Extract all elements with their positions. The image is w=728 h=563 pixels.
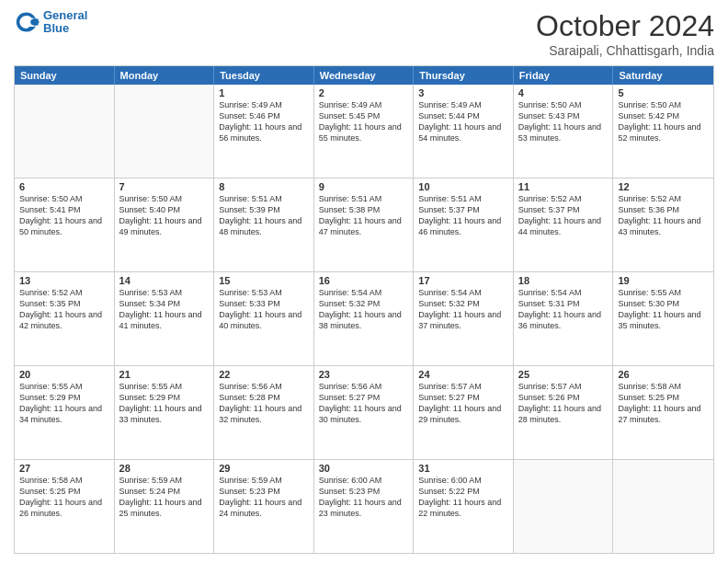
sunrise-text: Sunrise: 5:50 AM — [19, 193, 109, 204]
cal-cell-w2-d3: 16Sunrise: 5:54 AMSunset: 5:32 PMDayligh… — [314, 272, 415, 365]
logo-line1: General — [43, 9, 87, 22]
cell-info: Sunrise: 5:54 AMSunset: 5:32 PMDaylight:… — [418, 287, 508, 332]
cal-cell-w2-d1: 14Sunrise: 5:53 AMSunset: 5:34 PMDayligh… — [115, 272, 215, 365]
cal-cell-w4-d5 — [514, 460, 614, 553]
header-monday: Monday — [115, 66, 215, 85]
cal-row-1: 6Sunrise: 5:50 AMSunset: 5:41 PMDaylight… — [15, 178, 713, 271]
daylight-text: Daylight: 11 hours and 26 minutes. — [19, 497, 109, 519]
sunset-text: Sunset: 5:37 PM — [518, 204, 609, 215]
daylight-text: Daylight: 11 hours and 40 minutes. — [219, 309, 309, 331]
cal-row-4: 27Sunrise: 5:58 AMSunset: 5:25 PMDayligh… — [15, 459, 713, 553]
cal-cell-w4-d0: 27Sunrise: 5:58 AMSunset: 5:25 PMDayligh… — [15, 460, 115, 553]
cal-cell-w0-d0 — [15, 85, 115, 178]
daylight-text: Daylight: 11 hours and 35 minutes. — [618, 309, 709, 331]
daylight-text: Daylight: 11 hours and 54 minutes. — [418, 121, 508, 144]
page: General Blue October 2024 Saraipali, Chh… — [0, 0, 728, 563]
daylight-text: Daylight: 11 hours and 37 minutes. — [418, 309, 508, 331]
cell-info: Sunrise: 5:50 AMSunset: 5:40 PMDaylight:… — [119, 193, 210, 238]
sunset-text: Sunset: 5:33 PM — [219, 298, 309, 309]
logo-text: General Blue — [43, 9, 87, 36]
cell-info: Sunrise: 5:50 AMSunset: 5:41 PMDaylight:… — [19, 193, 109, 238]
daylight-text: Daylight: 11 hours and 49 minutes. — [119, 215, 210, 237]
cal-cell-w1-d2: 8Sunrise: 5:51 AMSunset: 5:39 PMDaylight… — [214, 178, 314, 271]
header-thursday: Thursday — [414, 66, 514, 85]
sunset-text: Sunset: 5:39 PM — [219, 204, 309, 215]
day-number: 20 — [19, 369, 109, 380]
sunrise-text: Sunrise: 5:56 AM — [319, 381, 409, 392]
day-number: 11 — [518, 181, 609, 192]
day-number: 24 — [418, 369, 508, 380]
cal-cell-w2-d4: 17Sunrise: 5:54 AMSunset: 5:32 PMDayligh… — [414, 272, 514, 365]
daylight-text: Daylight: 11 hours and 24 minutes. — [219, 497, 309, 519]
sunset-text: Sunset: 5:22 PM — [418, 486, 508, 497]
sunset-text: Sunset: 5:42 PM — [618, 110, 709, 121]
day-number: 23 — [319, 369, 409, 380]
cell-info: Sunrise: 5:54 AMSunset: 5:32 PMDaylight:… — [319, 287, 409, 332]
sunrise-text: Sunrise: 5:49 AM — [219, 99, 309, 110]
cal-cell-w3-d1: 21Sunrise: 5:55 AMSunset: 5:29 PMDayligh… — [115, 366, 215, 459]
cal-cell-w3-d0: 20Sunrise: 5:55 AMSunset: 5:29 PMDayligh… — [15, 366, 115, 459]
cal-cell-w0-d2: 1Sunrise: 5:49 AMSunset: 5:46 PMDaylight… — [214, 85, 314, 178]
header-tuesday: Tuesday — [214, 66, 314, 85]
cell-info: Sunrise: 5:57 AMSunset: 5:27 PMDaylight:… — [418, 381, 508, 426]
sunset-text: Sunset: 5:44 PM — [418, 110, 508, 121]
day-number: 30 — [319, 463, 409, 474]
cell-info: Sunrise: 5:59 AMSunset: 5:23 PMDaylight:… — [219, 475, 309, 520]
sunrise-text: Sunrise: 5:53 AM — [119, 287, 210, 298]
sunset-text: Sunset: 5:36 PM — [618, 204, 709, 215]
sunset-text: Sunset: 5:23 PM — [219, 486, 309, 497]
day-number: 13 — [19, 275, 109, 286]
day-number: 27 — [19, 463, 109, 474]
cell-info: Sunrise: 5:56 AMSunset: 5:27 PMDaylight:… — [319, 381, 409, 426]
sunset-text: Sunset: 5:40 PM — [119, 204, 210, 215]
sunset-text: Sunset: 5:37 PM — [418, 204, 508, 215]
daylight-text: Daylight: 11 hours and 29 minutes. — [418, 403, 508, 425]
cell-info: Sunrise: 5:59 AMSunset: 5:24 PMDaylight:… — [119, 475, 210, 520]
sunrise-text: Sunrise: 5:50 AM — [518, 99, 609, 110]
day-number: 15 — [219, 275, 309, 286]
sunrise-text: Sunrise: 5:51 AM — [219, 193, 309, 204]
cal-cell-w3-d2: 22Sunrise: 5:56 AMSunset: 5:28 PMDayligh… — [214, 366, 314, 459]
cal-cell-w1-d0: 6Sunrise: 5:50 AMSunset: 5:41 PMDaylight… — [15, 178, 115, 271]
daylight-text: Daylight: 11 hours and 56 minutes. — [219, 121, 309, 144]
cell-info: Sunrise: 6:00 AMSunset: 5:23 PMDaylight:… — [319, 475, 409, 520]
daylight-text: Daylight: 11 hours and 33 minutes. — [119, 403, 210, 425]
sunset-text: Sunset: 5:38 PM — [319, 204, 409, 215]
sunrise-text: Sunrise: 5:55 AM — [618, 287, 709, 298]
cell-info: Sunrise: 5:52 AMSunset: 5:35 PMDaylight:… — [19, 287, 109, 332]
sunset-text: Sunset: 5:27 PM — [418, 392, 508, 403]
cal-cell-w2-d5: 18Sunrise: 5:54 AMSunset: 5:31 PMDayligh… — [514, 272, 614, 365]
calendar-header: Sunday Monday Tuesday Wednesday Thursday… — [15, 66, 713, 85]
cell-info: Sunrise: 5:51 AMSunset: 5:38 PMDaylight:… — [319, 193, 409, 238]
day-number: 3 — [418, 87, 508, 98]
sunset-text: Sunset: 5:43 PM — [518, 110, 609, 121]
cell-info: Sunrise: 5:55 AMSunset: 5:29 PMDaylight:… — [119, 381, 210, 426]
header: General Blue October 2024 Saraipali, Chh… — [14, 9, 714, 58]
daylight-text: Daylight: 11 hours and 36 minutes. — [518, 309, 609, 331]
daylight-text: Daylight: 11 hours and 38 minutes. — [319, 309, 409, 331]
cal-row-0: 1Sunrise: 5:49 AMSunset: 5:46 PMDaylight… — [15, 85, 713, 178]
cal-cell-w2-d6: 19Sunrise: 5:55 AMSunset: 5:30 PMDayligh… — [613, 272, 713, 365]
daylight-text: Daylight: 11 hours and 43 minutes. — [618, 215, 709, 237]
daylight-text: Daylight: 11 hours and 48 minutes. — [219, 215, 309, 237]
sunset-text: Sunset: 5:32 PM — [418, 298, 508, 309]
cal-cell-w3-d3: 23Sunrise: 5:56 AMSunset: 5:27 PMDayligh… — [314, 366, 415, 459]
daylight-text: Daylight: 11 hours and 44 minutes. — [518, 215, 609, 237]
sunrise-text: Sunrise: 5:59 AM — [119, 475, 210, 486]
sunrise-text: Sunrise: 5:54 AM — [319, 287, 409, 298]
daylight-text: Daylight: 11 hours and 25 minutes. — [119, 497, 210, 519]
sunrise-text: Sunrise: 5:52 AM — [618, 193, 709, 204]
sunrise-text: Sunrise: 5:52 AM — [19, 287, 109, 298]
cell-info: Sunrise: 5:51 AMSunset: 5:39 PMDaylight:… — [219, 193, 309, 238]
cell-info: Sunrise: 5:55 AMSunset: 5:29 PMDaylight:… — [19, 381, 109, 426]
sunset-text: Sunset: 5:24 PM — [119, 486, 210, 497]
day-number: 16 — [319, 275, 409, 286]
sunrise-text: Sunrise: 5:55 AM — [19, 381, 109, 392]
day-number: 28 — [119, 463, 210, 474]
day-number: 18 — [518, 275, 609, 286]
daylight-text: Daylight: 11 hours and 22 minutes. — [418, 497, 508, 519]
cell-info: Sunrise: 5:58 AMSunset: 5:25 PMDaylight:… — [618, 381, 709, 426]
title-section: October 2024 Saraipali, Chhattisgarh, In… — [536, 9, 714, 58]
sunrise-text: Sunrise: 5:58 AM — [618, 381, 709, 392]
sunset-text: Sunset: 5:29 PM — [19, 392, 109, 403]
